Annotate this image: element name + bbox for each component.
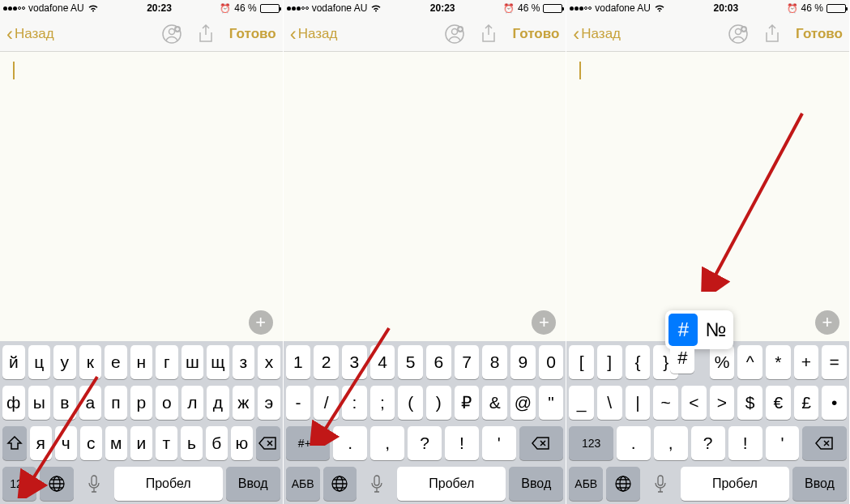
key-letter[interactable]: ю <box>231 426 253 460</box>
key-symbol[interactable]: ' <box>766 426 800 460</box>
key-letter[interactable]: ф <box>2 386 25 420</box>
key-symbol[interactable]: ( <box>398 386 423 420</box>
key-letter[interactable]: щ <box>207 345 229 379</box>
key-number[interactable]: 5 <box>398 345 423 379</box>
key-number[interactable]: 1 <box>286 345 311 379</box>
key-symbol[interactable]: . <box>333 426 367 460</box>
enter-key[interactable]: Ввод <box>226 467 280 501</box>
key-symbol[interactable]: - <box>286 386 311 420</box>
key-symbol[interactable]: [ <box>569 345 594 379</box>
key-symbol[interactable]: * <box>766 345 791 379</box>
key-letter[interactable]: и <box>130 426 152 460</box>
symbols-switch-key[interactable]: #+= <box>286 426 331 460</box>
numbers-switch-key[interactable]: 123 <box>569 426 613 460</box>
space-key[interactable]: Пробел <box>397 467 506 501</box>
key-letter[interactable]: в <box>53 386 76 420</box>
key-symbol[interactable]: / <box>314 386 339 420</box>
globe-key[interactable] <box>40 467 74 501</box>
key-symbol[interactable]: > <box>710 386 735 420</box>
key-symbol[interactable]: ? <box>691 426 725 460</box>
key-letter[interactable]: у <box>53 345 76 379</box>
key-letter[interactable]: а <box>79 386 102 420</box>
letters-key[interactable]: АБВ <box>286 467 320 501</box>
key-letter[interactable]: й <box>2 345 25 379</box>
key-symbol[interactable]: + <box>794 345 819 379</box>
backspace-key[interactable] <box>802 426 847 460</box>
key-number[interactable]: 6 <box>426 345 451 379</box>
add-attachment-button[interactable]: + <box>532 310 556 335</box>
add-contact-icon[interactable] <box>161 23 182 45</box>
backspace-key[interactable] <box>256 426 280 460</box>
share-icon[interactable] <box>478 23 499 45</box>
key-symbol[interactable]: ~ <box>653 386 678 420</box>
key-letter[interactable]: ш <box>182 345 204 379</box>
key-symbol[interactable]: ; <box>370 386 395 420</box>
key-letter[interactable]: ж <box>233 386 255 420</box>
key-letter[interactable]: г <box>156 345 178 379</box>
key-letter[interactable]: р <box>130 386 153 420</box>
key-symbol[interactable]: £ <box>794 386 819 420</box>
key-symbol[interactable]: ? <box>408 426 442 460</box>
add-contact-icon[interactable] <box>444 23 465 45</box>
key-symbol[interactable]: @ <box>510 386 536 420</box>
enter-key[interactable]: Ввод <box>509 467 563 501</box>
key-symbol[interactable]: $ <box>737 386 762 420</box>
key-letter[interactable]: ь <box>181 426 203 460</box>
note-editor[interactable]: + <box>284 52 566 341</box>
back-button[interactable]: ‹ Назад <box>6 24 54 44</box>
done-button[interactable]: Готово <box>796 26 843 42</box>
key-symbol[interactable]: { <box>626 345 651 379</box>
key-symbol[interactable]: ₽ <box>455 386 480 420</box>
key-letter[interactable]: н <box>130 345 153 379</box>
key-symbol[interactable]: ) <box>426 386 451 420</box>
popup-option-selected[interactable]: # <box>668 314 698 346</box>
key-symbol[interactable]: , <box>370 426 404 460</box>
done-button[interactable]: Готово <box>229 26 276 42</box>
key-number[interactable]: 4 <box>370 345 395 379</box>
backspace-key[interactable] <box>519 426 564 460</box>
key-symbol[interactable]: . <box>617 426 651 460</box>
enter-key[interactable]: Ввод <box>792 467 847 501</box>
key-letter[interactable]: к <box>79 345 102 379</box>
back-button[interactable]: ‹ Назад <box>573 24 621 44</box>
key-symbol[interactable]: • <box>822 386 847 420</box>
note-editor[interactable]: + <box>0 52 283 341</box>
back-button[interactable]: ‹ Назад <box>290 24 338 44</box>
key-letter[interactable]: х <box>258 345 280 379</box>
done-button[interactable]: Готово <box>512 26 559 42</box>
key-letter[interactable]: с <box>80 426 102 460</box>
key-symbol[interactable]: _ <box>569 386 594 420</box>
key-letter[interactable]: ц <box>28 345 51 379</box>
globe-key[interactable] <box>606 467 640 501</box>
key-letter[interactable]: ы <box>28 386 51 420</box>
add-contact-icon[interactable] <box>728 23 749 45</box>
key-letter[interactable]: т <box>156 426 177 460</box>
key-symbol[interactable]: ! <box>728 426 762 460</box>
add-attachment-button[interactable]: + <box>815 310 839 335</box>
key-symbol[interactable]: \ <box>597 386 622 420</box>
key-letter[interactable]: м <box>105 426 127 460</box>
key-symbol[interactable]: , <box>654 426 688 460</box>
key-letter[interactable]: п <box>105 386 127 420</box>
key-letter[interactable]: ч <box>55 426 77 460</box>
mic-key[interactable] <box>643 467 677 501</box>
key-popup[interactable]: # № # <box>665 310 733 349</box>
key-number[interactable]: 3 <box>342 345 367 379</box>
key-number[interactable]: 2 <box>314 345 339 379</box>
key-letter[interactable]: е <box>105 345 127 379</box>
share-icon[interactable] <box>762 23 783 45</box>
letters-key[interactable]: АБВ <box>569 467 603 501</box>
key-symbol[interactable]: ! <box>445 426 479 460</box>
key-number[interactable]: 0 <box>539 345 564 379</box>
space-key[interactable]: Пробел <box>114 467 223 501</box>
numbers-key[interactable]: 123 <box>2 467 36 501</box>
popup-option-alt[interactable]: № <box>701 314 730 346</box>
key-letter[interactable]: з <box>233 345 255 379</box>
key-symbol[interactable]: % <box>710 345 735 379</box>
globe-key[interactable] <box>323 467 357 501</box>
shift-key[interactable] <box>2 426 27 460</box>
key-symbol[interactable]: € <box>766 386 791 420</box>
key-letter[interactable]: б <box>206 426 228 460</box>
key-symbol[interactable]: < <box>681 386 707 420</box>
add-attachment-button[interactable]: + <box>249 310 273 335</box>
